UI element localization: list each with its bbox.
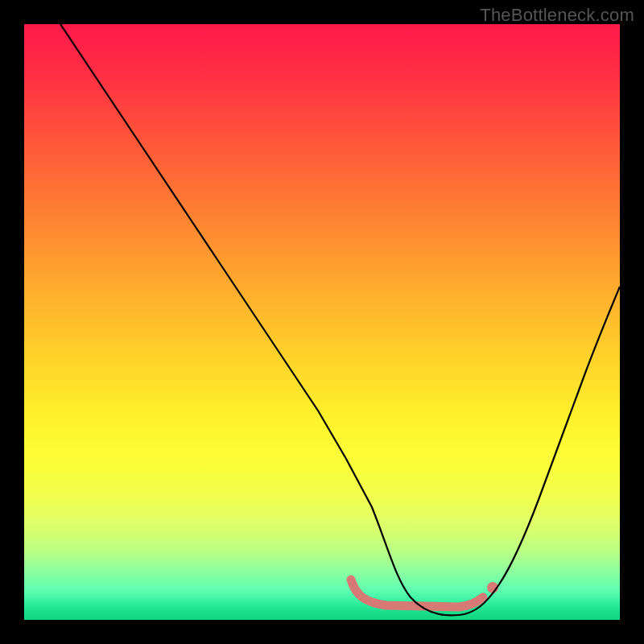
bottleneck-curve — [60, 24, 620, 615]
chart-frame: TheBottleneck.com — [0, 0, 644, 644]
flourish-highlight — [351, 580, 498, 607]
curve-layer — [24, 24, 620, 620]
plot-area — [24, 24, 620, 620]
watermark-text: TheBottleneck.com — [480, 5, 634, 26]
